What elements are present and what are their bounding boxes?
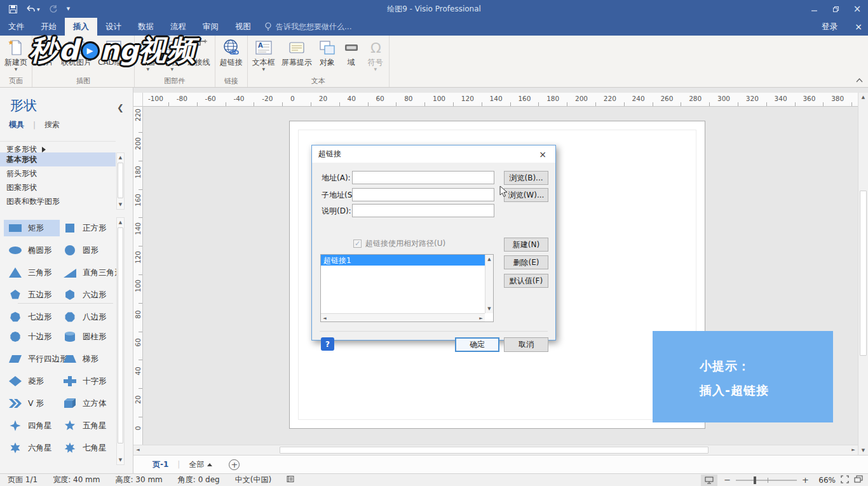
tab-design[interactable]: 设计 [97,18,130,36]
shape-item-trapezoid[interactable]: 梯形 [58,351,114,367]
browse-b-button[interactable]: 浏览(B)... [504,171,548,185]
tab-review[interactable]: 审阅 [194,18,227,36]
scrollbar-thumb[interactable] [118,163,123,198]
tab-view[interactable]: 视图 [227,18,259,36]
scroll-left-icon[interactable]: ◄ [133,445,142,454]
shape-item-diamond[interactable]: 菱形 [4,373,60,389]
sub-address-input[interactable] [352,188,494,201]
status-height[interactable]: 高度: 30 mm [107,475,170,485]
scroll-down-icon[interactable]: ▼ [858,446,868,455]
tell-me-box[interactable]: 告诉我您想要做什么... [264,18,351,36]
tab-stencils[interactable]: 模具 [5,119,28,130]
collapse-ribbon-icon[interactable] [856,76,863,84]
scroll-up-icon[interactable]: ▲ [858,93,868,102]
shape-item-star4[interactable]: 四角星 [4,417,60,434]
scroll-down-icon[interactable]: ▼ [117,456,124,464]
status-language[interactable]: 中文(中国) [227,475,279,485]
zoom-in-icon[interactable]: + [801,475,810,485]
new-button[interactable]: 新建(N) [504,238,548,252]
list-vertical-scrollbar[interactable]: ▲ ▼ [485,255,493,313]
scroll-up-icon[interactable]: ▲ [117,218,124,227]
shape-item-rect[interactable]: 矩形 [4,220,60,236]
connector-button[interactable]: 连接线 [185,37,213,67]
browse-w-button[interactable]: 浏览(W)... [504,188,548,202]
zoom-thumb[interactable] [754,476,756,484]
zoom-out-icon[interactable]: − [722,475,732,485]
list-item-selected[interactable]: 超链接1 [321,255,493,266]
shape-item-heptagon[interactable]: 七边形 [4,309,60,325]
field-button[interactable]: 域 [340,37,363,67]
shape-item-triangle[interactable]: 三角形 [4,264,60,281]
shape-item-ellipse[interactable]: 椭圆形 [4,242,60,259]
picture-button[interactable]: 图片 [34,37,57,67]
default-button[interactable]: 默认值(F) [504,274,548,288]
scrollbar-thumb[interactable] [860,191,867,356]
tab-search[interactable]: 搜索 [41,119,64,130]
zoom-track[interactable] [736,480,797,481]
scrollbar-thumb[interactable] [118,227,123,443]
stencil-scrollbar[interactable]: ▲ ▼ [116,152,125,210]
stencil-item-3[interactable]: 图表和数学图形 [0,194,116,208]
shape-item-vshape[interactable]: V 形 [4,395,60,412]
container-button[interactable]: 容器▼ [137,37,159,72]
callout-button[interactable]: 标注▼ [161,37,184,72]
shapes-scrollbar[interactable]: ▲ ▼ [116,217,125,465]
help-icon[interactable]: ? [321,337,334,351]
shape-item-parallelogram[interactable]: 平行四边形 [4,351,60,367]
scroll-up-icon[interactable]: ▲ [117,153,124,162]
tab-data[interactable]: 数据 [130,18,162,36]
all-pages-button[interactable]: 全部 [182,459,219,470]
shape-item-star5[interactable]: 五角星 [58,417,114,434]
ok-button[interactable]: 确定 [455,337,499,352]
delete-button[interactable]: 删除(E) [504,255,548,269]
tab-process[interactable]: 流程 [162,18,194,36]
scroll-down-icon[interactable]: ▼ [485,304,493,313]
dialog-close-icon[interactable]: × [536,149,549,159]
scroll-left-icon[interactable]: ◄ [321,314,329,323]
zoom-level[interactable]: 66% [815,476,836,485]
stencil-item-2[interactable]: 图案形状 [0,180,116,194]
screen-tip-button[interactable]: 屏幕提示 [279,37,315,67]
cancel-button[interactable]: 取消 [504,337,548,352]
tab-insert[interactable]: 插入 [65,18,97,36]
switch-windows-icon[interactable] [854,475,863,485]
shape-item-circle[interactable]: 圆形 [58,242,114,259]
object-button[interactable]: 对象 [316,37,339,67]
fit-page-icon[interactable] [841,475,849,485]
add-page-icon[interactable]: + [229,459,240,470]
online-pictures-button[interactable]: 联机图片 [58,37,94,67]
shape-item-star7[interactable]: 七角星 [58,440,114,456]
hyperlink-list[interactable]: 超链接1 ▲ ▼ ◄ ► [320,254,494,322]
horizontal-scrollbar[interactable]: ◄ ► [133,445,858,455]
sign-in-button[interactable]: 登录 [813,22,846,32]
presentation-mode-icon[interactable] [701,475,717,486]
tab-file[interactable]: 文件 [0,18,32,36]
input-method-icon[interactable] [279,475,302,485]
scrollbar-thumb[interactable] [280,447,709,454]
hyperlink-button[interactable]: 超链接 [217,37,245,67]
checkbox-checked-icon[interactable]: ✓ [353,240,362,248]
shape-item-cube[interactable]: 立方体 [58,395,114,412]
scroll-down-icon[interactable]: ▼ [117,200,124,209]
shape-item-decagon[interactable]: 十边形 [4,328,60,345]
shape-item-octagon[interactable]: 八边形 [58,309,114,325]
text-box-button[interactable]: A文本框▼ [250,37,278,72]
page-tab-1[interactable]: 页-1 [146,459,175,470]
status-page[interactable]: 页面 1/1 [0,475,45,485]
scroll-up-icon[interactable]: ▲ [485,255,493,264]
shape-item-pentagon[interactable]: 五边形 [4,287,60,303]
status-width[interactable]: 宽度: 40 mm [45,475,107,485]
scroll-right-icon[interactable]: ► [849,445,858,454]
new-page-button[interactable]: 新建页▼ [2,37,30,72]
scroll-right-icon[interactable]: ► [477,314,485,323]
status-angle[interactable]: 角度: 0 deg [170,475,227,485]
dialog-title-bar[interactable]: 超链接 × [312,145,555,163]
shape-item-star6[interactable]: 六角星 [4,440,60,456]
cad-drawing-button[interactable]: CAD绘图 [95,37,132,67]
tab-home[interactable]: 开始 [32,18,65,36]
description-input[interactable] [352,204,494,217]
tabrow-close-icon[interactable]: × [849,22,868,32]
stencil-item-0[interactable]: 基本形状 [0,152,116,166]
shape-item-hexagon[interactable]: 六边形 [58,287,114,303]
collapse-panel-icon[interactable]: ❮ [117,103,124,112]
